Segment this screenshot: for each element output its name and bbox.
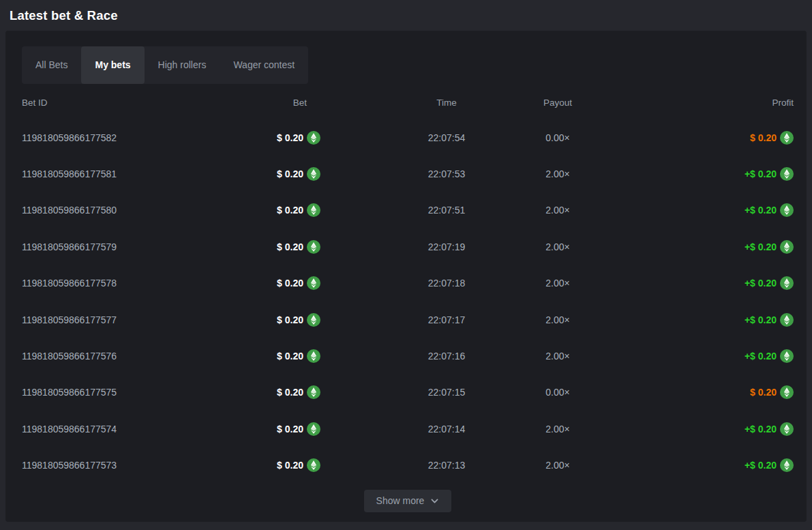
payout-multiplier: 2.00×	[510, 424, 605, 435]
profit-cell: $ 0.20	[605, 131, 794, 145]
ethereum-coin-icon	[307, 276, 320, 290]
profit-amount: +$ 0.20	[745, 351, 777, 362]
table-row[interactable]: 119818059866177574$ 0.20 22:07:142.00×+$…	[22, 411, 794, 447]
profit-amount: +$ 0.20	[745, 424, 777, 435]
bet-id: 119818059866177578	[22, 278, 158, 289]
bet-id: 119818059866177576	[22, 351, 158, 362]
profit-cell: +$ 0.20	[605, 167, 794, 181]
ethereum-coin-icon	[307, 458, 320, 472]
payout-multiplier: 2.00×	[510, 351, 605, 362]
ethereum-coin-icon	[780, 422, 794, 436]
profit-amount: +$ 0.20	[745, 241, 777, 252]
profit-cell: +$ 0.20	[605, 276, 794, 290]
payout-multiplier: 2.00×	[510, 241, 605, 252]
ethereum-coin-icon	[780, 131, 794, 145]
ethereum-coin-icon	[780, 385, 794, 399]
bet-amount-cell: $ 0.20	[158, 240, 320, 254]
ethereum-coin-icon	[307, 385, 320, 399]
profit-cell: +$ 0.20	[605, 349, 794, 363]
bet-amount: $ 0.20	[277, 132, 303, 143]
show-more-button[interactable]: Show more	[364, 490, 452, 512]
profit-cell: +$ 0.20	[605, 458, 794, 472]
profit-amount: +$ 0.20	[745, 278, 777, 289]
ethereum-coin-icon	[307, 131, 320, 145]
bet-id: 119818059866177579	[22, 241, 158, 252]
payout-multiplier: 2.00×	[510, 460, 605, 471]
table-row[interactable]: 119818059866177579$ 0.20 22:07:192.00×+$…	[22, 229, 794, 265]
show-more-label: Show more	[376, 495, 425, 506]
show-more-container: Show more	[22, 490, 794, 512]
tab-wager-contest[interactable]: Wager contest	[220, 46, 308, 84]
bet-id: 119818059866177580	[22, 205, 158, 216]
payout-multiplier: 2.00×	[510, 314, 605, 325]
bet-id: 119818059866177573	[22, 460, 158, 471]
tab-my-bets[interactable]: My bets	[81, 46, 144, 84]
profit-amount: +$ 0.20	[745, 460, 777, 471]
profit-cell: +$ 0.20	[605, 203, 794, 217]
bet-id: 119818059866177575	[22, 387, 158, 398]
bet-time: 22:07:17	[320, 314, 510, 325]
bet-amount: $ 0.20	[277, 387, 303, 398]
chevron-down-icon	[430, 497, 439, 505]
ethereum-coin-icon	[780, 203, 794, 217]
column-header-bet-id: Bet ID	[22, 98, 158, 108]
bet-amount-cell: $ 0.20	[158, 313, 320, 327]
payout-multiplier: 2.00×	[510, 168, 605, 179]
bet-amount: $ 0.20	[277, 278, 303, 289]
bet-time: 22:07:18	[320, 278, 510, 289]
table-row[interactable]: 119818059866177573$ 0.20 22:07:132.00×+$…	[22, 447, 794, 484]
profit-amount: +$ 0.20	[745, 314, 777, 325]
bet-time: 22:07:54	[320, 132, 510, 143]
table-row[interactable]: 119818059866177575$ 0.20 22:07:150.00×$ …	[22, 374, 794, 411]
profit-amount: +$ 0.20	[745, 205, 777, 216]
profit-cell: $ 0.20	[605, 385, 794, 399]
bet-amount: $ 0.20	[277, 205, 303, 216]
table-header-row: Bet IDBetTimePayoutProfit	[22, 85, 794, 119]
bet-amount: $ 0.20	[277, 424, 303, 435]
table-row[interactable]: 119818059866177576$ 0.20 22:07:162.00×+$…	[22, 338, 794, 374]
profit-amount: $ 0.20	[750, 132, 777, 143]
table-row[interactable]: 119818059866177581$ 0.20 22:07:532.00×+$…	[22, 156, 794, 192]
bets-table: Bet IDBetTimePayoutProfit 11981805986617…	[22, 85, 794, 484]
payout-multiplier: 2.00×	[510, 205, 605, 216]
column-header-profit: Profit	[605, 98, 794, 108]
bet-amount-cell: $ 0.20	[158, 385, 320, 399]
bet-amount-cell: $ 0.20	[158, 203, 320, 217]
bets-tab-bar: All BetsMy betsHigh rollersWager contest	[22, 46, 308, 84]
ethereum-coin-icon	[780, 349, 794, 363]
payout-multiplier: 0.00×	[510, 132, 605, 143]
bet-amount: $ 0.20	[277, 168, 303, 179]
bet-id: 119818059866177577	[22, 314, 158, 325]
ethereum-coin-icon	[780, 240, 794, 254]
table-row[interactable]: 119818059866177580$ 0.20 22:07:512.00×+$…	[22, 192, 794, 229]
payout-multiplier: 2.00×	[510, 278, 605, 289]
column-header-payout: Payout	[510, 98, 605, 108]
profit-cell: +$ 0.20	[605, 422, 794, 436]
ethereum-coin-icon	[307, 349, 320, 363]
table-row[interactable]: 119818059866177578$ 0.20 22:07:182.00×+$…	[22, 265, 794, 301]
bet-amount-cell: $ 0.20	[158, 276, 320, 290]
bet-amount: $ 0.20	[277, 460, 303, 471]
column-header-time: Time	[320, 98, 510, 108]
bet-id: 119818059866177582	[22, 132, 158, 143]
table-row[interactable]: 119818059866177577$ 0.20 22:07:172.00×+$…	[22, 301, 794, 338]
bet-time: 22:07:14	[320, 424, 510, 435]
bet-amount: $ 0.20	[277, 351, 303, 362]
ethereum-coin-icon	[307, 240, 320, 254]
ethereum-coin-icon	[307, 422, 320, 436]
bet-time: 22:07:15	[320, 387, 510, 398]
ethereum-coin-icon	[307, 203, 320, 217]
table-row[interactable]: 119818059866177582$ 0.20 22:07:540.00×$ …	[22, 119, 794, 156]
profit-cell: +$ 0.20	[605, 313, 794, 327]
tab-high-rollers[interactable]: High rollers	[145, 46, 220, 84]
profit-cell: +$ 0.20	[605, 240, 794, 254]
ethereum-coin-icon	[307, 167, 320, 181]
ethereum-coin-icon	[780, 313, 794, 327]
ethereum-coin-icon	[780, 167, 794, 181]
column-header-bet: Bet	[158, 98, 320, 108]
bet-amount-cell: $ 0.20	[158, 349, 320, 363]
bet-time: 22:07:13	[320, 460, 510, 471]
bet-amount-cell: $ 0.20	[158, 458, 320, 472]
bet-time: 22:07:19	[320, 241, 510, 252]
tab-all-bets[interactable]: All Bets	[22, 46, 81, 84]
